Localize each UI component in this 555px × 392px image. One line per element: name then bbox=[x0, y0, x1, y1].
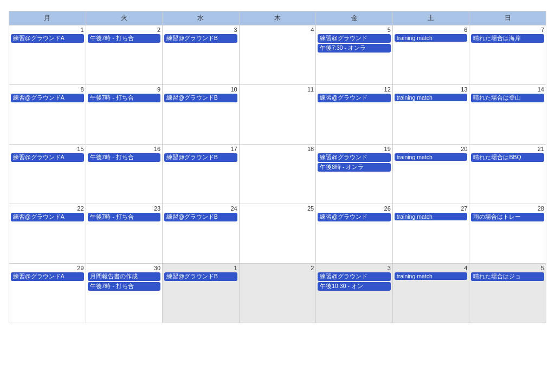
calendar-day-cell: 24練習@グラウンドB bbox=[163, 204, 240, 264]
day-number: 2 bbox=[88, 27, 161, 33]
day-number: 13 bbox=[395, 86, 468, 93]
calendar-event[interactable]: 練習@グラウンド bbox=[318, 153, 391, 162]
calendar-day-cell: 19練習@グラウンド午後8時 - オンラ bbox=[316, 145, 393, 204]
calendar-event[interactable]: 練習@グラウンドA bbox=[11, 213, 84, 221]
day-number: 22 bbox=[11, 205, 84, 212]
calendar-event[interactable]: training match bbox=[395, 94, 468, 101]
calendar-event[interactable]: 練習@グラウンドB bbox=[164, 272, 237, 281]
day-number: 12 bbox=[318, 86, 391, 93]
calendar-day-cell: 1練習@グラウンドB bbox=[163, 264, 240, 323]
calendar-day-cell: 17練習@グラウンドB bbox=[163, 145, 240, 204]
calendar-day-cell: 10練習@グラウンドB bbox=[163, 85, 240, 145]
calendar-event[interactable]: 練習@グラウンド bbox=[318, 94, 391, 102]
day-number: 14 bbox=[471, 86, 544, 93]
calendar-event[interactable]: 午後7時 - 打ち合 bbox=[88, 34, 161, 43]
calendar-week-row: 29練習@グラウンドA30月間報告書の作成午後7時 - 打ち合1練習@グラウンド… bbox=[9, 264, 546, 323]
weekday-label: 金 bbox=[316, 11, 393, 25]
calendar-day-cell: 22練習@グラウンドA bbox=[9, 204, 86, 264]
calendar-day-cell: 30月間報告書の作成午後7時 - 打ち合 bbox=[86, 264, 163, 323]
calendar-day-cell: 27training match bbox=[392, 204, 469, 264]
calendar-event[interactable]: 練習@グラウンドA bbox=[11, 34, 84, 43]
calendar-event[interactable]: 練習@グラウンド bbox=[318, 213, 391, 221]
calendar-day-cell: 18 bbox=[239, 145, 316, 204]
calendar-week-row: 22練習@グラウンドA23午後7時 - 打ち合24練習@グラウンドB2526練習… bbox=[9, 204, 546, 264]
day-number: 20 bbox=[395, 146, 468, 152]
calendar-event[interactable]: 練習@グラウンドB bbox=[164, 213, 237, 221]
calendar-event[interactable]: 午後10:30 - オン bbox=[318, 282, 391, 291]
day-number: 4 bbox=[395, 265, 468, 271]
calendar-event[interactable]: 晴れた場合はジョ bbox=[471, 272, 544, 281]
calendar-event[interactable]: 午後7時 - 打ち合 bbox=[88, 282, 161, 291]
calendar-day-cell: 29練習@グラウンドA bbox=[9, 264, 86, 323]
calendar-day-cell: 26練習@グラウンド bbox=[316, 204, 393, 264]
day-number: 25 bbox=[241, 205, 314, 212]
calendar-event[interactable]: training match bbox=[395, 272, 468, 280]
calendar-event[interactable]: 練習@グラウンドB bbox=[164, 153, 237, 162]
day-number: 4 bbox=[241, 27, 314, 33]
weekday-label: 土 bbox=[392, 11, 469, 25]
calendar-week-row: 1練習@グラウンドA2午後7時 - 打ち合3練習@グラウンドB45練習@グラウン… bbox=[9, 25, 546, 85]
day-number: 30 bbox=[88, 265, 161, 271]
day-number: 9 bbox=[88, 86, 161, 93]
day-number: 7 bbox=[471, 27, 544, 33]
calendar-event[interactable]: 午後8時 - オンラ bbox=[318, 163, 391, 172]
calendar-day-cell: 8練習@グラウンドA bbox=[9, 85, 86, 145]
calendar-day-cell: 2 bbox=[239, 264, 316, 323]
day-number: 1 bbox=[11, 27, 84, 33]
calendar-event[interactable]: 午後7時 - 打ち合 bbox=[88, 213, 161, 221]
calendar-day-cell: 21晴れた場合はBBQ bbox=[469, 145, 546, 204]
weekday-label: 水 bbox=[163, 11, 240, 25]
calendar-event[interactable]: 午後7時 - 打ち合 bbox=[88, 153, 161, 162]
calendar-event[interactable]: 練習@グラウンドB bbox=[164, 94, 237, 102]
calendar-day-cell: 6training match bbox=[392, 25, 469, 85]
day-number: 10 bbox=[164, 86, 237, 93]
calendar-event[interactable]: training match bbox=[395, 213, 468, 220]
day-number: 27 bbox=[395, 205, 468, 212]
weekday-label: 月 bbox=[9, 11, 86, 25]
calendar-event[interactable]: 雨の場合はトレー bbox=[471, 213, 544, 221]
calendar-event[interactable]: 午後7:30 - オンラ bbox=[318, 44, 391, 53]
day-number: 29 bbox=[11, 265, 84, 271]
calendar-event[interactable]: 練習@グラウンド bbox=[318, 34, 391, 43]
calendar-event[interactable]: 練習@グラウンドA bbox=[11, 94, 84, 102]
calendar-event[interactable]: 練習@グラウンドB bbox=[164, 34, 237, 43]
calendar-day-cell: 3練習@グラウンドB bbox=[163, 25, 240, 85]
day-number: 15 bbox=[11, 146, 84, 152]
calendar-event[interactable]: 練習@グラウンドA bbox=[11, 153, 84, 162]
calendar-day-cell: 3練習@グラウンド午後10:30 - オン bbox=[316, 264, 393, 323]
calendar-day-cell: 2午後7時 - 打ち合 bbox=[86, 25, 163, 85]
calendar-week-row: 8練習@グラウンドA9午後7時 - 打ち合10練習@グラウンドB1112練習@グ… bbox=[9, 85, 546, 145]
day-number: 3 bbox=[164, 27, 237, 33]
calendar-event[interactable]: 月間報告書の作成 bbox=[88, 272, 161, 281]
calendar-event[interactable]: 晴れた場合は海岸 bbox=[471, 34, 544, 43]
weekday-header-row: 月火水木金土日 bbox=[9, 11, 546, 25]
weekday-label: 日 bbox=[469, 11, 546, 25]
calendar-event[interactable]: 晴れた場合は登山 bbox=[471, 94, 544, 102]
calendar-day-cell: 1練習@グラウンドA bbox=[9, 25, 86, 85]
calendar-event[interactable]: 練習@グラウンドA bbox=[11, 272, 84, 281]
calendar-week-row: 15練習@グラウンドA16午後7時 - 打ち合17練習@グラウンドB1819練習… bbox=[9, 145, 546, 204]
calendar-day-cell: 12練習@グラウンド bbox=[316, 85, 393, 145]
calendar-day-cell: 11 bbox=[239, 85, 316, 145]
weekday-label: 火 bbox=[86, 11, 163, 25]
day-number: 5 bbox=[318, 27, 391, 33]
day-number: 19 bbox=[318, 146, 391, 152]
day-number: 6 bbox=[395, 27, 468, 33]
calendar-day-cell: 28雨の場合はトレー bbox=[469, 204, 546, 264]
calendar-day-cell: 4training match bbox=[392, 264, 469, 323]
day-number: 23 bbox=[88, 205, 161, 212]
day-number: 2 bbox=[241, 265, 314, 271]
calendar-event[interactable]: 午後7時 - 打ち合 bbox=[88, 94, 161, 102]
calendar-day-cell: 13training match bbox=[392, 85, 469, 145]
calendar-event[interactable]: training match bbox=[395, 34, 468, 42]
day-number: 26 bbox=[318, 205, 391, 212]
calendar-day-cell: 14晴れた場合は登山 bbox=[469, 85, 546, 145]
calendar-event[interactable]: 練習@グラウンド bbox=[318, 272, 391, 281]
calendar-event[interactable]: training match bbox=[395, 153, 468, 161]
calendar-event[interactable]: 晴れた場合はBBQ bbox=[471, 153, 544, 162]
day-number: 16 bbox=[88, 146, 161, 152]
calendar-day-cell: 20training match bbox=[392, 145, 469, 204]
calendar-day-cell: 23午後7時 - 打ち合 bbox=[86, 204, 163, 264]
weekday-label: 木 bbox=[239, 11, 316, 25]
day-number: 18 bbox=[241, 146, 314, 152]
